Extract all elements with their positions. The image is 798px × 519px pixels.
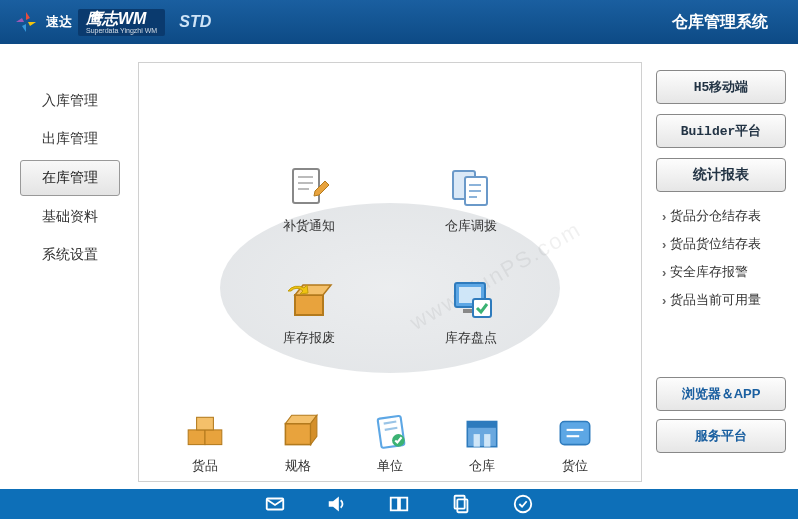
center-item-label: 库存报废 [283, 329, 335, 347]
sidebar-item-inbound[interactable]: 入库管理 [20, 84, 120, 118]
btn-service-platform[interactable]: 服务平台 [656, 419, 786, 453]
brand-block: 鹰志WM Superdata Yingzhi WM [78, 9, 165, 36]
svg-rect-15 [188, 430, 205, 445]
svg-rect-26 [468, 422, 497, 428]
goods-boxes-icon [184, 411, 226, 453]
unit-sheet-icon [369, 411, 411, 453]
link-goods-warehouse-balance[interactable]: 货品分仓结存表 [656, 202, 786, 230]
edition-label: STD [179, 13, 211, 31]
link-goods-location-balance[interactable]: 货品货位结存表 [656, 230, 786, 258]
footer-bar [0, 489, 798, 519]
svg-rect-9 [295, 295, 323, 315]
bottom-item-location[interactable]: 货位 [554, 411, 596, 475]
bottom-item-label: 仓库 [469, 457, 495, 475]
main-area: 入库管理 出库管理 在库管理 基础资料 系统设置 www.YunPS.com 补… [0, 44, 798, 489]
location-icon [554, 411, 596, 453]
mail-icon[interactable] [264, 493, 286, 515]
sidebar-item-outbound[interactable]: 出库管理 [20, 122, 120, 156]
svg-rect-0 [293, 169, 319, 203]
inventory-check-icon [447, 275, 495, 323]
windmill-logo-icon [12, 10, 40, 34]
warehouse-icon [461, 411, 503, 453]
btn-builder-platform[interactable]: Builder平台 [656, 114, 786, 148]
note-edit-icon [285, 163, 333, 211]
bottom-item-goods[interactable]: 货品 [184, 411, 226, 475]
spec-box-icon [277, 411, 319, 453]
brand-sub: Superdata Yingzhi WM [86, 27, 157, 34]
btn-browser-app[interactable]: 浏览器＆APP [656, 377, 786, 411]
center-item-label: 库存盘点 [445, 329, 497, 347]
svg-rect-27 [474, 434, 480, 447]
center-item-label: 仓库调拨 [445, 217, 497, 235]
center-item-stock-scrap[interactable]: 库存报废 [283, 275, 335, 347]
bottom-item-label: 规格 [285, 457, 311, 475]
sidebar: 入库管理 出库管理 在库管理 基础资料 系统设置 [0, 44, 130, 489]
box-recycle-icon [285, 275, 333, 323]
center-item-restock-notice[interactable]: 补货通知 [283, 163, 335, 235]
bottom-item-unit[interactable]: 单位 [369, 411, 411, 475]
bottom-item-spec[interactable]: 规格 [277, 411, 319, 475]
svg-rect-29 [560, 422, 589, 445]
svg-rect-16 [205, 430, 222, 445]
link-goods-available-qty[interactable]: 货品当前可用量 [656, 286, 786, 314]
book-icon[interactable] [388, 493, 410, 515]
report-links: 货品分仓结存表 货品货位结存表 安全库存报警 货品当前可用量 [656, 202, 786, 314]
check-icon[interactable] [512, 493, 534, 515]
content-area: www.YunPS.com 补货通知 仓库调拨 [130, 44, 650, 489]
transfer-doc-icon [447, 163, 495, 211]
center-item-warehouse-transfer[interactable]: 仓库调拨 [445, 163, 497, 235]
right-bottom-buttons: 浏览器＆APP 服务平台 [656, 377, 786, 461]
content-box: www.YunPS.com 补货通知 仓库调拨 [138, 62, 642, 482]
logo-area: 速达 鹰志WM Superdata Yingzhi WM [12, 9, 165, 36]
svg-point-36 [515, 496, 532, 513]
bottom-item-label: 货品 [192, 457, 218, 475]
svg-rect-17 [197, 417, 214, 430]
btn-stat-report[interactable]: 统计报表 [656, 158, 786, 192]
sidebar-item-instock[interactable]: 在库管理 [20, 160, 120, 196]
bottom-item-label: 货位 [562, 457, 588, 475]
center-item-label: 补货通知 [283, 217, 335, 235]
bottom-item-warehouse[interactable]: 仓库 [461, 411, 503, 475]
svg-rect-28 [484, 434, 490, 447]
svg-rect-14 [473, 299, 491, 317]
center-item-inventory-count[interactable]: 库存盘点 [445, 275, 497, 347]
brand-main: 鹰志WM [86, 11, 157, 27]
bottom-item-label: 单位 [377, 457, 403, 475]
btn-h5-mobile[interactable]: H5移动端 [656, 70, 786, 104]
sound-icon[interactable] [326, 493, 348, 515]
svg-rect-35 [457, 499, 467, 512]
bottom-nav: 货品 规格 单位 仓库 货位 [139, 411, 641, 481]
sidebar-item-settings[interactable]: 系统设置 [20, 238, 120, 272]
copy-icon[interactable] [450, 493, 472, 515]
svg-rect-18 [285, 424, 310, 445]
svg-rect-34 [455, 496, 465, 509]
right-panel: H5移动端 Builder平台 统计报表 货品分仓结存表 货品货位结存表 安全库… [650, 44, 798, 489]
sidebar-item-basedata[interactable]: 基础资料 [20, 200, 120, 234]
app-header: 速达 鹰志WM Superdata Yingzhi WM STD 仓库管理系统 [0, 0, 798, 44]
link-safety-stock-alert[interactable]: 安全库存报警 [656, 258, 786, 286]
brand-text-1: 速达 [46, 13, 72, 31]
app-title: 仓库管理系统 [672, 12, 768, 33]
center-menu: 补货通知 仓库调拨 库存报废 [139, 163, 641, 347]
